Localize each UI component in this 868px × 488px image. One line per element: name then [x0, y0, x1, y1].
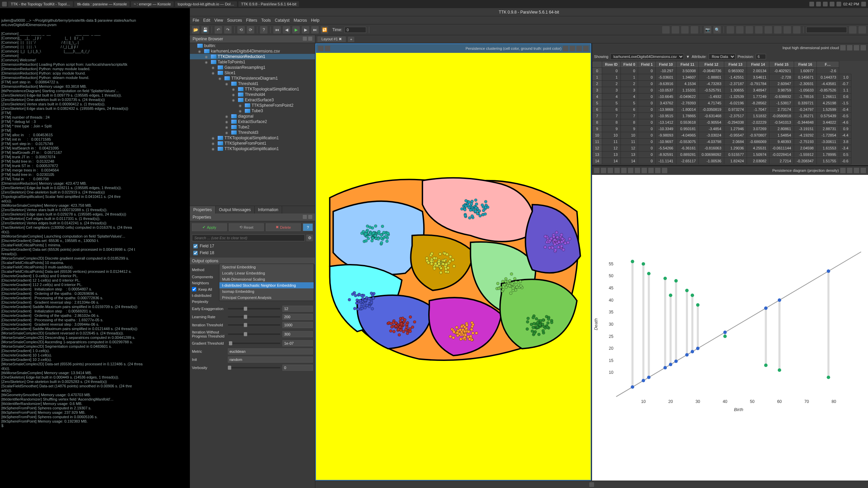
iteration-slider[interactable] — [228, 324, 280, 326]
cell[interactable]: -8.92591 — [656, 151, 676, 158]
column-header[interactable]: Field 1 — [638, 61, 656, 68]
cell[interactable]: 4.1534 — [676, 81, 699, 87]
cell[interactable]: -3.00611 — [816, 139, 839, 145]
cell[interactable]: 2.7214 — [769, 158, 794, 164]
cell[interactable]: 0.144373 — [816, 74, 839, 81]
cell[interactable]: 0 — [602, 68, 620, 74]
tray-icon[interactable] — [823, 2, 828, 6]
cell[interactable]: -0.402921 — [769, 68, 794, 74]
cell[interactable]: 1.0 — [839, 74, 851, 81]
cell[interactable]: -3.19151 — [794, 126, 817, 132]
cell[interactable]: 3 — [620, 87, 638, 94]
plus-y-icon[interactable] — [746, 26, 753, 34]
menu-catalyst[interactable]: Catalyst — [275, 18, 290, 23]
taskbar-tab[interactable]: TTK - the Topology ToolKit - Topol… — [8, 1, 73, 7]
pipeline-item[interactable]: ◉TTKTopologicalSimplification1 — [190, 135, 315, 141]
cell[interactable]: 0 — [638, 113, 656, 119]
cell[interactable]: 3.44022 — [816, 119, 839, 126]
row-header[interactable]: 10 — [592, 132, 602, 139]
init-select[interactable] — [228, 357, 313, 363]
cell[interactable]: 2.03082 — [747, 158, 769, 164]
visibility-icon[interactable]: ◉ — [232, 87, 238, 91]
cell[interactable]: -0.541013 — [769, 119, 794, 126]
cell[interactable]: 3.50308 — [676, 68, 699, 74]
cell[interactable]: 13 — [620, 151, 638, 158]
next-frame-icon[interactable]: ▶ — [302, 26, 309, 34]
close-icon[interactable] — [308, 215, 312, 219]
visibility-icon[interactable]: ◉ — [212, 71, 218, 75]
pipeline-item[interactable]: ◉Threshold4 — [190, 92, 315, 97]
cell[interactable]: -1.00536 — [699, 158, 724, 164]
row-header[interactable]: 14 — [592, 158, 602, 164]
view-btn[interactable] — [570, 46, 575, 51]
cell[interactable]: -0.638832 — [769, 94, 794, 100]
cell[interactable]: 1.78995 — [816, 151, 839, 158]
cell[interactable]: 2 — [620, 81, 638, 87]
spreadsheet-body[interactable]: Row IDField 0Field 1Field 10Field 11Fiel… — [592, 61, 868, 165]
cell[interactable]: 3.07269 — [747, 126, 769, 132]
dropdown-option[interactable]: Spectral Embedding — [219, 264, 314, 270]
column-header[interactable]: Field 11 — [676, 61, 699, 68]
view-btn[interactable] — [655, 168, 660, 173]
redo-icon[interactable]: ↷ — [224, 26, 232, 34]
column-header[interactable]: Field 10 — [656, 61, 676, 68]
cell[interactable]: 1.82424 — [724, 158, 747, 164]
cell[interactable]: -0.816063 — [699, 145, 724, 151]
view-btn[interactable] — [621, 168, 627, 173]
cell[interactable]: 4 — [620, 94, 638, 100]
cell[interactable]: -3.4 — [839, 145, 851, 151]
row-header[interactable]: 13 — [592, 151, 602, 158]
cell[interactable]: -2.6 — [816, 68, 839, 74]
iteration-wp-slider[interactable] — [228, 333, 280, 335]
view-btn[interactable] — [854, 45, 859, 50]
status-close-icon[interactable] — [589, 482, 594, 487]
menu-sources[interactable]: Sources — [227, 18, 242, 23]
apply-button[interactable]: ✔ Apply — [192, 223, 227, 231]
properties-panel[interactable]: Field 17 Field 18 Output options Method … — [190, 243, 315, 488]
row-header[interactable]: 7 — [592, 113, 602, 119]
cell[interactable]: -0.0611144 — [769, 145, 794, 151]
cell[interactable]: -4.73283 — [699, 81, 724, 87]
keepall-checkbox[interactable] — [192, 287, 196, 291]
pipeline-item[interactable]: builtin: — [190, 43, 315, 48]
visibility-icon[interactable]: ◉ — [225, 131, 231, 135]
cell[interactable]: -2.75193 — [794, 139, 817, 145]
column-header[interactable] — [592, 61, 602, 68]
pipeline-item[interactable]: ◉TTKSphereFromPoint1 — [190, 141, 315, 146]
cell[interactable]: -10.9697 — [656, 139, 676, 145]
plus-z-icon[interactable] — [765, 26, 772, 34]
column-header[interactable]: Field 15 — [769, 61, 794, 68]
cell[interactable]: 1.26611 — [816, 94, 839, 100]
cell[interactable]: -1.7047 — [747, 106, 769, 113]
cell[interactable]: 0.575439 — [816, 113, 839, 119]
cell[interactable]: 12 — [620, 145, 638, 151]
cell[interactable]: -0.791784 — [747, 81, 769, 87]
cell[interactable]: -0.525791 — [699, 87, 724, 94]
cell[interactable]: 2.80861 — [769, 126, 794, 132]
cell[interactable]: 3 — [602, 87, 620, 94]
tray-icon[interactable] — [861, 2, 866, 6]
cell[interactable]: -5.54266 — [656, 145, 676, 151]
cell[interactable]: 0 — [638, 100, 656, 106]
last-frame-icon[interactable]: ⏭ — [311, 26, 319, 34]
visibility-icon[interactable]: ◉ — [225, 82, 231, 86]
cell[interactable]: -0.857526 — [816, 87, 839, 94]
cell[interactable]: -4.4 — [839, 132, 851, 139]
tray-icon[interactable] — [809, 2, 814, 6]
view-btn[interactable] — [594, 168, 599, 173]
cell[interactable]: 9 — [620, 126, 638, 132]
cell[interactable]: 9.48393 — [769, 139, 794, 145]
cell[interactable]: -10.3349 — [656, 126, 676, 132]
cell[interactable]: 1.54854 — [769, 132, 794, 139]
cell[interactable]: 10 — [620, 132, 638, 139]
verbosity-slider[interactable] — [228, 367, 280, 368]
cell[interactable]: 0.339721 — [794, 100, 817, 106]
layout-tab[interactable]: Layout #1 ✖ — [317, 36, 346, 42]
cell[interactable]: 5 — [602, 100, 620, 106]
row-header[interactable]: 0 — [592, 68, 602, 74]
cell[interactable]: 9 — [602, 126, 620, 132]
pipeline-item[interactable]: ◉TTKPersistenceDiagram1 — [190, 76, 315, 81]
cell[interactable]: 1.77249 — [747, 94, 769, 100]
row-header[interactable]: 6 — [592, 106, 602, 113]
view-btn[interactable] — [854, 168, 859, 173]
